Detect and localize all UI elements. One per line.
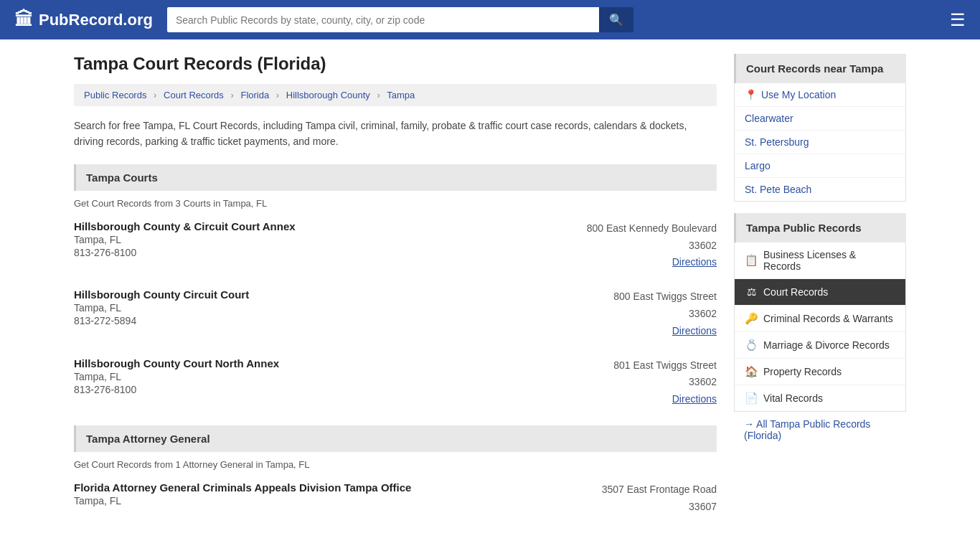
court-name-1: Hillsborough County & Circuit Court Anne… [74,220,587,232]
stpete-link[interactable]: St. Petersburg [745,136,809,148]
sidebar-near-list: 📍 Use My Location Clearwater St. Petersb… [734,83,906,202]
attorney-subtext: Get Court Records from 1 Attorney Genera… [74,459,717,470]
court-info-3: Hillsborough County Court North Annex Ta… [74,357,613,408]
sidebar-public-list: 📋 Business Licenses & Records ⚖ Court Re… [734,242,906,412]
logo-icon: 🏛 [14,9,33,31]
location-icon: 📍 [745,89,757,100]
court-addr-line2-1: 33602 [689,240,717,251]
breadcrumb-court-records[interactable]: Court Records [164,90,224,100]
sidebar-court-label: Court Records [763,286,828,298]
search-input[interactable] [167,7,599,32]
breadcrumb-sep-1: › [154,90,156,100]
attorney-addr-line1-1: 3507 East Frontage Road [602,484,717,495]
sidebar-business-label: Business Licenses & Records [763,249,895,272]
search-icon: 🔍 [609,14,623,26]
sidebar-marriage-label: Marriage & Divorce Records [763,339,890,351]
breadcrumb-sep-2: › [230,90,233,100]
court-phone-3: 813-276-8100 [74,384,613,395]
court-address-1: 800 East Kennedy Boulevard 33602 Directi… [587,220,717,271]
sidebar-item-marriage[interactable]: 💍 Marriage & Divorce Records [735,332,905,359]
sidebar-item-court[interactable]: ⚖ Court Records [735,279,905,306]
attorney-addr-line2-1: 33607 [689,501,717,512]
sidebar: Court Records near Tampa 📍 Use My Locati… [734,54,906,533]
court-phone-2: 813-272-5894 [74,315,613,326]
sidebar-item-business[interactable]: 📋 Business Licenses & Records [735,242,905,279]
search-bar: 🔍 [167,7,633,32]
court-addr-line1-1: 800 East Kennedy Boulevard [587,222,717,234]
stpetebeach-link[interactable]: St. Pete Beach [745,184,811,195]
attorney-address-1: 3507 East Frontage Road 33607 [602,481,717,516]
breadcrumb-tampa[interactable]: Tampa [387,90,415,100]
sidebar-public-title: Tampa Public Records [734,213,906,242]
sidebar-item-property[interactable]: 🏠 Property Records [735,359,905,385]
sidebar-item-vital[interactable]: 📄 Vital Records [735,385,905,411]
attorney-entry-1: Florida Attorney General Criminals Appea… [74,481,717,516]
breadcrumb-hillsborough[interactable]: Hillsborough County [286,90,370,100]
directions-link-3[interactable]: Directions [613,391,717,408]
court-city-2: Tampa, FL [74,302,613,314]
sidebar-near-stpete[interactable]: St. Petersburg [735,131,905,154]
court-info-2: Hillsborough County Circuit Court Tampa,… [74,288,613,339]
court-address-3: 801 East Twiggs Street 33602 Directions [613,357,717,408]
court-name-2: Hillsborough County Circuit Court [74,288,613,301]
sidebar-near-stpetebeach[interactable]: St. Pete Beach [735,178,905,201]
page-description: Search for free Tampa, FL Court Records,… [74,118,717,150]
court-address-2: 800 East Twiggs Street 33602 Directions [613,288,717,339]
courts-subtext: Get Court Records from 3 Courts in Tampa… [74,198,717,209]
court-addr-line1-3: 801 East Twiggs Street [613,359,717,371]
largo-link[interactable]: Largo [745,160,771,171]
court-icon: ⚖ [745,286,758,298]
site-header: 🏛 PubRecord.org 🔍 ☰ [0,0,980,39]
sidebar-property-label: Property Records [763,366,842,377]
content-area: Tampa Court Records (Florida) Public Rec… [74,54,717,533]
use-location-label: Use My Location [761,89,836,100]
sidebar-vital-label: Vital Records [763,392,823,404]
directions-link-2[interactable]: Directions [613,323,717,340]
sidebar-use-location[interactable]: 📍 Use My Location [735,83,905,107]
directions-link-1[interactable]: Directions [587,254,717,271]
court-entry-3: Hillsborough County Court North Annex Ta… [74,357,717,408]
sidebar-near-clearwater[interactable]: Clearwater [735,107,905,131]
court-entry-1: Hillsborough County & Circuit Court Anne… [74,220,717,271]
site-logo[interactable]: 🏛 PubRecord.org [14,9,153,31]
court-info-1: Hillsborough County & Circuit Court Anne… [74,220,587,271]
breadcrumb-florida[interactable]: Florida [240,90,269,100]
sidebar-near-title: Court Records near Tampa [734,54,906,83]
business-icon: 📋 [745,254,758,267]
criminal-icon: 🔑 [745,312,758,325]
vital-icon: 📄 [745,392,758,405]
property-icon: 🏠 [745,365,758,378]
attorney-info-1: Florida Attorney General Criminals Appea… [74,481,602,516]
clearwater-link[interactable]: Clearwater [745,113,793,124]
court-addr-line2-3: 33602 [689,376,717,387]
breadcrumb-sep-4: › [377,90,380,100]
attorney-section-header: Tampa Attorney General [74,425,717,452]
court-city-1: Tampa, FL [74,234,587,245]
search-button[interactable]: 🔍 [599,7,633,32]
court-addr-line2-2: 33602 [689,308,717,319]
main-container: Tampa Court Records (Florida) Public Rec… [60,39,920,547]
sidebar-criminal-label: Criminal Records & Warrants [763,313,893,324]
all-public-records-link[interactable]: → All Tampa Public Records (Florida) [744,418,870,441]
breadcrumb-sep-3: › [276,90,279,100]
page-title: Tampa Court Records (Florida) [74,54,717,74]
sidebar-all-link[interactable]: → All Tampa Public Records (Florida) [734,412,906,448]
marriage-icon: 💍 [745,339,758,352]
court-entry-2: Hillsborough County Circuit Court Tampa,… [74,288,717,339]
sidebar-near-largo[interactable]: Largo [735,154,905,178]
court-name-3: Hillsborough County Court North Annex [74,357,613,369]
court-city-3: Tampa, FL [74,371,613,382]
menu-icon[interactable]: ☰ [950,10,966,30]
court-phone-1: 813-276-8100 [74,247,587,258]
attorney-city-1: Tampa, FL [74,495,602,507]
court-addr-line1-2: 800 East Twiggs Street [613,291,717,302]
sidebar-item-criminal[interactable]: 🔑 Criminal Records & Warrants [735,306,905,332]
attorney-name-1: Florida Attorney General Criminals Appea… [74,481,602,494]
breadcrumb: Public Records › Court Records › Florida… [74,84,717,106]
logo-text: PubRecord.org [39,11,153,29]
courts-section-header: Tampa Courts [74,164,717,191]
breadcrumb-public-records[interactable]: Public Records [84,90,146,100]
